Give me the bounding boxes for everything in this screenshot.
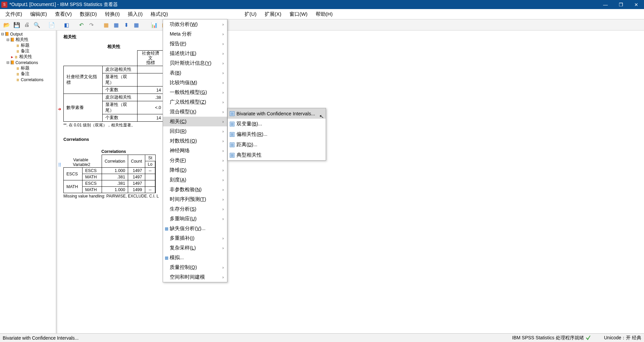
correlation-table-1[interactable]: 社會经濟文指標 社會经濟文化指標皮尔逊相关性 显著性（双尾） 个案数14 數學素… bbox=[63, 50, 164, 122]
menu-item[interactable]: ▦缺失值分析(V)... bbox=[163, 224, 227, 233]
window-buttons: — ❐ ✕ bbox=[598, 0, 644, 9]
submenu-arrow-icon: › bbox=[222, 275, 225, 280]
menu-file[interactable]: 文件(E) bbox=[1, 10, 26, 18]
save-icon[interactable]: 💾 bbox=[13, 21, 21, 29]
nav-item[interactable]: Correlations bbox=[21, 77, 43, 82]
menu-item-label: 生存分析(S) bbox=[170, 206, 196, 212]
submenu-arrow-icon: › bbox=[222, 246, 225, 250]
menu-item[interactable]: 比较均值(M)› bbox=[163, 78, 227, 88]
cell: 1497 bbox=[128, 168, 145, 174]
grid-icon[interactable]: ▦ bbox=[132, 21, 140, 29]
submenu-item[interactable]: ⊞距离(D)... bbox=[228, 139, 326, 150]
menu-window[interactable]: 窗口(W) bbox=[285, 10, 312, 18]
menu-item[interactable]: 降维(D)› bbox=[163, 165, 227, 175]
menu-item[interactable]: 报告(P)› bbox=[163, 39, 227, 49]
menu-item[interactable]: 回归(R)› bbox=[163, 126, 227, 136]
menu-format[interactable]: 格式(Q) bbox=[147, 10, 172, 18]
nav-output[interactable]: Output bbox=[10, 32, 23, 37]
menu-item[interactable]: 神经网络› bbox=[163, 146, 227, 156]
selection-handle-icon[interactable] bbox=[59, 163, 61, 166]
table-caption: 相关性 bbox=[63, 44, 164, 50]
menu-item[interactable]: 空间和时间建模› bbox=[163, 272, 227, 282]
menu-item[interactable]: ▦模拟... bbox=[163, 253, 227, 263]
menu-item[interactable]: 描述统计(E)› bbox=[163, 49, 227, 58]
menu-transform[interactable]: 转换(I) bbox=[101, 10, 124, 18]
menu-item[interactable]: 分类(F)› bbox=[163, 156, 227, 165]
correlate-submenu[interactable]: ⊞Bivariate with Confidence Intervals...⊞… bbox=[227, 108, 326, 161]
row-stat: 个案数 bbox=[102, 114, 137, 122]
menu-item[interactable]: 贝叶斯统计信息(Y)› bbox=[163, 58, 227, 68]
row-var: 社會经濟文化指標 bbox=[64, 66, 103, 94]
submenu-pre-icon: ⊞ bbox=[230, 122, 234, 126]
submenu-arrow-icon: › bbox=[222, 80, 225, 85]
menu-graphs[interactable]: 扩(U) bbox=[240, 10, 261, 18]
menu-item[interactable]: 功效分析(W)› bbox=[163, 19, 227, 29]
maximize-button[interactable]: ❐ bbox=[613, 0, 629, 9]
menu-item[interactable]: 非参数检验(N)› bbox=[163, 185, 227, 194]
nav-item[interactable]: 标题 bbox=[21, 65, 30, 71]
menu-insert[interactable]: 插入(I) bbox=[124, 10, 147, 18]
menu-item[interactable]: 广义线性模型(Z)› bbox=[163, 97, 227, 107]
content-pane[interactable]: ➔ 相关性 相关性 社會经濟文指標 社會经濟文化指標皮尔逊相关性 显著性（双尾）… bbox=[56, 31, 644, 333]
menu-item[interactable]: 混合模型(X)› bbox=[163, 107, 227, 117]
submenu-arrow-icon: › bbox=[222, 32, 225, 37]
menu-view[interactable]: 查看(V) bbox=[51, 10, 76, 18]
cell: ESCS bbox=[83, 168, 102, 174]
correlation-table-2[interactable]: VariableVariable2 Correlation Count St L… bbox=[63, 155, 156, 193]
menu-item[interactable]: 对数线性(O)› bbox=[163, 136, 227, 146]
cell: 14 bbox=[137, 87, 164, 94]
menu-item[interactable]: 多重插补(I)› bbox=[163, 233, 227, 243]
preview-icon[interactable]: 🔍 bbox=[33, 21, 41, 29]
menu-item-label: 空间和时间建模 bbox=[170, 274, 205, 280]
nav-item[interactable]: 相关性 bbox=[19, 54, 32, 60]
menu-data[interactable]: 数据(D) bbox=[76, 10, 101, 18]
menu-item[interactable]: 一般线性模型(G)› bbox=[163, 88, 227, 97]
app-icon: S bbox=[1, 2, 7, 8]
cell: .381 bbox=[102, 180, 128, 187]
goto-var-icon[interactable]: ▦ bbox=[112, 21, 120, 29]
nav-item[interactable]: 标题 bbox=[21, 43, 30, 48]
menu-item-label: 质量控制(Q) bbox=[170, 264, 197, 271]
analyze-menu-dropdown[interactable]: 功效分析(W)›Meta 分析›报告(P)›描述统计(E)›贝叶斯统计信息(Y)… bbox=[163, 19, 227, 282]
nav-item[interactable]: 备注 bbox=[21, 48, 30, 54]
menu-item[interactable]: 多重响应(U)› bbox=[163, 214, 227, 224]
goto-data-icon[interactable]: ▦ bbox=[102, 21, 110, 29]
export-icon[interactable]: 📄 bbox=[48, 21, 56, 29]
print-icon[interactable]: 🖨 bbox=[23, 21, 31, 29]
submenu-arrow-icon: › bbox=[222, 149, 225, 153]
minimize-button[interactable]: — bbox=[598, 0, 613, 9]
submenu-item[interactable]: ⊞偏相关性(R)... bbox=[228, 129, 326, 139]
menu-item[interactable]: 刻度(A)› bbox=[163, 175, 227, 185]
nav-group2[interactable]: Correlations bbox=[15, 60, 38, 65]
undo-icon[interactable]: ↶ bbox=[77, 21, 85, 29]
menu-help[interactable]: 帮助(H) bbox=[312, 10, 337, 18]
submenu-item[interactable]: ⊞双变量(B)... bbox=[228, 119, 326, 129]
col-header: Variable bbox=[73, 158, 92, 162]
col-header: 社會经濟文 bbox=[142, 51, 159, 60]
outline-pane[interactable]: ⊟📙Output ⊟📙相关性 🗎标题 🗎备注 ▸🗎相关性 ⊟📙Correlati… bbox=[0, 31, 56, 333]
close-button[interactable]: ✕ bbox=[629, 0, 644, 9]
menu-item[interactable]: Meta 分析› bbox=[163, 29, 227, 39]
menu-item[interactable]: 复杂采样(L)› bbox=[163, 243, 227, 253]
col-header: Correlation bbox=[102, 155, 128, 168]
menu-item[interactable]: 质量控制(Q)› bbox=[163, 263, 227, 272]
menu-item[interactable]: 表(B)› bbox=[163, 68, 227, 78]
table-footnote: Missing value handling: PAIRWISE, EXCLUD… bbox=[63, 194, 164, 198]
nav-item[interactable]: 备注 bbox=[21, 71, 30, 77]
select-icon[interactable]: ⬍ bbox=[122, 21, 130, 29]
submenu-item[interactable]: ⊞典型相关性 bbox=[228, 150, 326, 160]
dialog-recall-icon[interactable]: ◧ bbox=[62, 21, 70, 29]
submenu-item[interactable]: ⊞Bivariate with Confidence Intervals... bbox=[228, 108, 326, 119]
menu-item[interactable]: 生存分析(S)› bbox=[163, 204, 227, 214]
chart-icon[interactable]: 📊 bbox=[150, 21, 158, 29]
status-unicode: Unicode：开 经典 bbox=[604, 335, 641, 341]
menu-ext[interactable]: 扩展(X) bbox=[261, 10, 285, 18]
nav-group1[interactable]: 相关性 bbox=[15, 37, 29, 43]
menu-item[interactable]: 相关(C)› bbox=[163, 117, 227, 126]
redo-icon[interactable]: ↷ bbox=[87, 21, 95, 29]
open-icon[interactable]: 📂 bbox=[3, 21, 11, 29]
menu-edit[interactable]: 编辑(E) bbox=[26, 10, 51, 18]
submenu-arrow-icon: › bbox=[222, 71, 225, 75]
menu-item[interactable]: 时间序列预测(T)› bbox=[163, 194, 227, 204]
col-header: St bbox=[145, 155, 156, 161]
